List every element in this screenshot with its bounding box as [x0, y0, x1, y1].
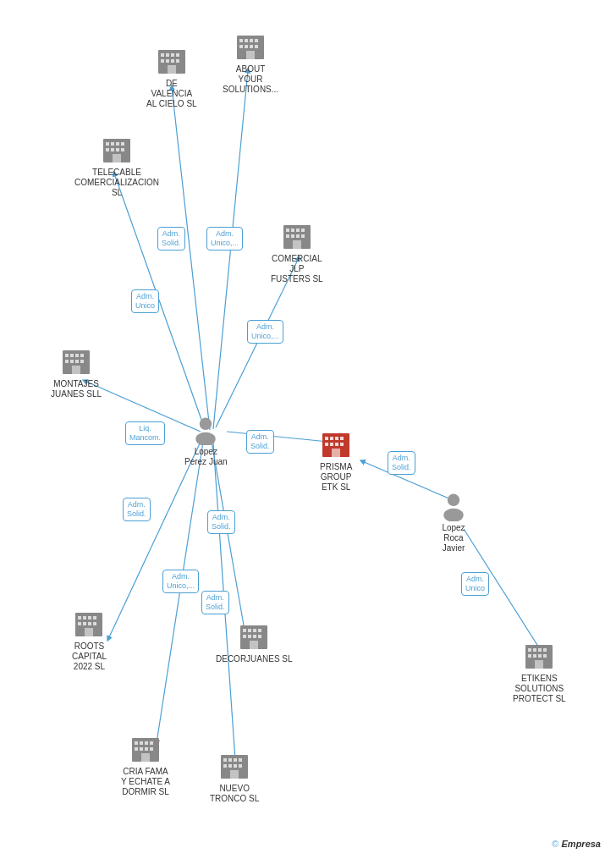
svg-rect-100	[150, 741, 153, 745]
svg-rect-117	[528, 648, 531, 652]
svg-rect-52	[111, 148, 114, 151]
node-label-lopez-roca-javier: Lopez Roca Javier	[442, 523, 465, 553]
copyright-symbol: ©	[552, 839, 558, 849]
svg-rect-64	[301, 234, 305, 238]
svg-rect-104	[150, 747, 153, 751]
svg-rect-68	[70, 354, 74, 357]
node-roots-capital: ROOTS CAPITAL 2022 SL	[72, 609, 107, 672]
svg-rect-53	[116, 148, 119, 151]
svg-rect-121	[528, 654, 531, 658]
node-label-roots-capital: ROOTS CAPITAL 2022 SL	[72, 641, 107, 672]
badge-adm-unico-5: Adm.Unico	[461, 572, 489, 596]
svg-rect-62	[291, 234, 294, 238]
building-icon-decorjuanes	[239, 622, 269, 653]
svg-rect-69	[75, 354, 79, 357]
svg-rect-97	[135, 741, 138, 745]
svg-rect-18	[330, 437, 333, 440]
building-icon-montajes	[61, 347, 91, 377]
svg-rect-21	[325, 443, 328, 446]
badge-adm-solid-4: Adm.Solid.	[123, 498, 151, 521]
svg-rect-107	[223, 758, 227, 762]
svg-rect-32	[166, 59, 169, 63]
svg-rect-83	[88, 622, 91, 625]
svg-rect-120	[543, 648, 547, 652]
badge-adm-unico-4: Adm.Unico,...	[162, 570, 199, 593]
svg-rect-65	[293, 240, 301, 249]
connection-lines	[0, 0, 616, 859]
building-icon-roots-capital	[74, 609, 104, 640]
svg-rect-115	[230, 770, 239, 779]
svg-line-0	[172, 87, 210, 430]
badge-adm-unico-1: Adm.Unico,...	[206, 227, 243, 251]
node-comercial-jlp: COMERCIAL JLP FUSTERS SL	[271, 222, 323, 284]
svg-rect-99	[145, 741, 148, 745]
svg-rect-81	[78, 622, 81, 625]
node-label-comercial-jlp: COMERCIAL JLP FUSTERS SL	[271, 254, 323, 284]
svg-rect-55	[113, 154, 121, 162]
svg-rect-61	[286, 234, 289, 238]
svg-rect-93	[253, 635, 256, 638]
svg-rect-25	[332, 449, 340, 457]
svg-rect-95	[250, 641, 258, 649]
svg-rect-89	[253, 629, 256, 632]
badge-adm-solid-2: Adm.Solid.	[246, 430, 274, 454]
svg-line-2	[114, 173, 205, 429]
svg-rect-73	[75, 360, 79, 363]
svg-rect-84	[93, 622, 96, 625]
svg-rect-110	[239, 758, 242, 762]
svg-rect-58	[291, 229, 294, 232]
svg-rect-60	[301, 229, 305, 232]
svg-rect-101	[135, 747, 138, 751]
svg-rect-114	[239, 764, 242, 768]
node-cria-fama: CRIA FAMA Y ECHATE A DORMIR SL	[121, 735, 170, 797]
svg-rect-79	[88, 616, 91, 619]
person-icon-2	[438, 491, 469, 521]
svg-rect-82	[83, 622, 86, 625]
svg-rect-92	[248, 635, 251, 638]
svg-line-6	[108, 440, 201, 639]
node-label-cria-fama: CRIA FAMA Y ECHATE A DORMIR SL	[121, 767, 170, 797]
svg-rect-70	[80, 354, 84, 357]
svg-rect-118	[533, 648, 536, 652]
badge-adm-solid-6: Adm.Solid.	[201, 591, 229, 614]
node-prisma-group: PRISMA GROUP ETK SL	[320, 430, 352, 493]
svg-rect-33	[171, 59, 174, 63]
building-icon-nuevo-tronco	[219, 752, 250, 782]
svg-line-5	[227, 432, 328, 442]
svg-rect-105	[141, 753, 150, 762]
diagram-canvas: Lopez Perez Juan Lopez Roca Javier PRISM…	[0, 0, 616, 859]
svg-rect-98	[140, 741, 143, 745]
svg-rect-71	[65, 360, 69, 363]
svg-point-15	[443, 509, 463, 521]
node-decorjuanes: DECORJUANES SL	[216, 622, 293, 664]
building-icon-red	[321, 430, 351, 460]
building-icon-cria-fama	[130, 735, 161, 765]
svg-rect-67	[65, 354, 69, 357]
svg-rect-125	[535, 660, 543, 669]
svg-rect-37	[239, 39, 243, 42]
badge-liq-mancom: Liq.Mancom.	[125, 421, 165, 445]
svg-rect-57	[286, 229, 289, 232]
svg-rect-123	[538, 654, 542, 658]
svg-rect-42	[245, 45, 248, 48]
svg-rect-109	[234, 758, 237, 762]
building-icon-etikens	[524, 641, 554, 672]
svg-rect-29	[171, 53, 174, 57]
badge-adm-solid-5: Adm.Solid.	[207, 510, 235, 534]
node-label-nuevo-tronco: NUEVO TRONCO SL	[210, 784, 259, 804]
svg-rect-17	[325, 437, 328, 440]
node-telecable: TELECABLE COMERCIALIZACION SL	[74, 135, 159, 198]
svg-rect-40	[255, 39, 258, 42]
building-icon-about-your	[235, 32, 266, 63]
svg-rect-111	[223, 764, 227, 768]
svg-rect-77	[78, 616, 81, 619]
svg-rect-80	[93, 616, 96, 619]
svg-rect-34	[176, 59, 179, 63]
empresa-brand: Empresa	[562, 839, 601, 849]
svg-rect-72	[70, 360, 74, 363]
svg-rect-27	[161, 53, 164, 57]
node-de-valencia: DE VALENCIA AL CIELO SL	[146, 47, 197, 109]
svg-rect-78	[83, 616, 86, 619]
svg-rect-122	[533, 654, 536, 658]
svg-rect-35	[168, 65, 176, 74]
